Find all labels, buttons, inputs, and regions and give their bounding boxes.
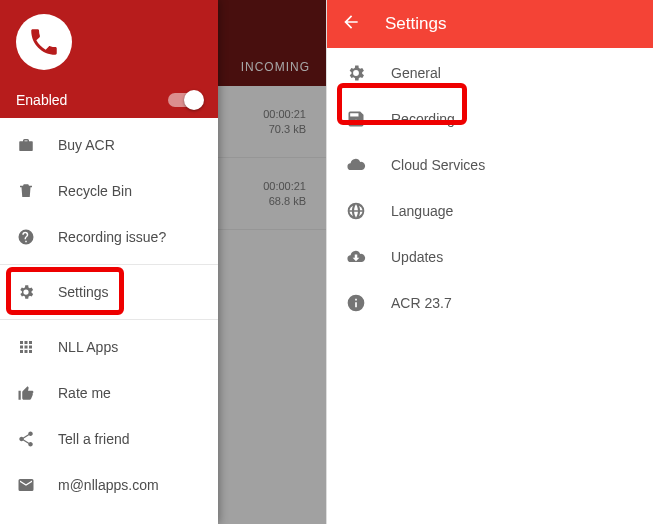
settings-item-label: Language	[391, 203, 453, 219]
settings-item-cloud[interactable]: Cloud Services	[327, 142, 653, 188]
help-icon	[16, 227, 36, 247]
drawer-item-recycle[interactable]: Recycle Bin	[0, 168, 218, 214]
settings-item-label: General	[391, 65, 441, 81]
settings-item-label: Cloud Services	[391, 157, 485, 173]
globe-icon	[345, 200, 367, 222]
drawer-item-issue[interactable]: Recording issue?	[0, 214, 218, 260]
settings-item-general[interactable]: General	[327, 50, 653, 96]
save-icon	[345, 108, 367, 130]
drawer-item-email[interactable]: m@nllapps.com	[0, 462, 218, 508]
share-icon	[16, 429, 36, 449]
call-size: 68.8 kB	[263, 194, 306, 208]
call-duration: 00:00:21	[263, 179, 306, 193]
drawer-item-label: Tell a friend	[58, 431, 130, 447]
divider	[0, 264, 218, 265]
drawer-item-nllapps[interactable]: NLL Apps	[0, 324, 218, 370]
drawer-item-settings[interactable]: Settings	[0, 269, 218, 315]
cloud-icon	[345, 154, 367, 176]
drawer-item-label: Recycle Bin	[58, 183, 132, 199]
call-size: 70.3 kB	[263, 122, 306, 136]
apps-icon	[16, 337, 36, 357]
briefcase-icon	[16, 135, 36, 155]
back-button[interactable]	[341, 12, 361, 37]
gear-icon	[16, 282, 36, 302]
divider	[0, 319, 218, 320]
screenshot-settings: Settings General Recording Cloud Service…	[326, 0, 653, 524]
settings-item-language[interactable]: Language	[327, 188, 653, 234]
settings-item-label: ACR 23.7	[391, 295, 452, 311]
trash-icon	[16, 181, 36, 201]
drawer-item-label: Settings	[58, 284, 109, 300]
mail-icon	[16, 475, 36, 495]
settings-item-version[interactable]: ACR 23.7	[327, 280, 653, 326]
enabled-label: Enabled	[16, 92, 67, 108]
screenshot-drawer: INCOMING 00:00:21 70.3 kB 00:00:21 68.8 …	[0, 0, 326, 524]
settings-item-label: Updates	[391, 249, 443, 265]
enable-toggle[interactable]	[168, 93, 202, 107]
drawer-item-buy[interactable]: Buy ACR	[0, 122, 218, 168]
drawer-item-label: m@nllapps.com	[58, 477, 159, 493]
settings-item-recording[interactable]: Recording	[327, 96, 653, 142]
settings-item-label: Recording	[391, 111, 455, 127]
call-duration: 00:00:21	[263, 107, 306, 121]
settings-item-updates[interactable]: Updates	[327, 234, 653, 280]
gear-icon	[345, 62, 367, 84]
settings-title: Settings	[385, 14, 446, 34]
settings-appbar: Settings	[327, 0, 653, 48]
drawer-item-label: Recording issue?	[58, 229, 166, 245]
info-icon	[345, 292, 367, 314]
drawer-item-label: Rate me	[58, 385, 111, 401]
drawer-item-label: NLL Apps	[58, 339, 118, 355]
cloud-download-icon	[345, 246, 367, 268]
thumb-up-icon	[16, 383, 36, 403]
drawer-item-label: Buy ACR	[58, 137, 115, 153]
drawer-item-rate[interactable]: Rate me	[0, 370, 218, 416]
drawer-item-share[interactable]: Tell a friend	[0, 416, 218, 462]
drawer-header: Enabled	[0, 0, 218, 118]
app-logo	[16, 14, 72, 70]
navigation-drawer: Enabled Buy ACR Recycle Bin Recording is…	[0, 0, 218, 524]
